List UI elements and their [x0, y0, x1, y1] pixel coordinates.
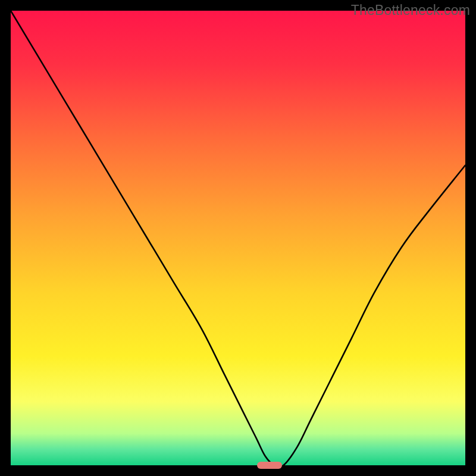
watermark-text: TheBottleneck.com	[351, 2, 470, 18]
plot-area	[11, 11, 465, 465]
optimal-marker	[257, 462, 282, 469]
plot-frame	[11, 11, 465, 465]
svg-rect-0	[11, 11, 465, 465]
heat-gradient-background	[11, 11, 465, 465]
